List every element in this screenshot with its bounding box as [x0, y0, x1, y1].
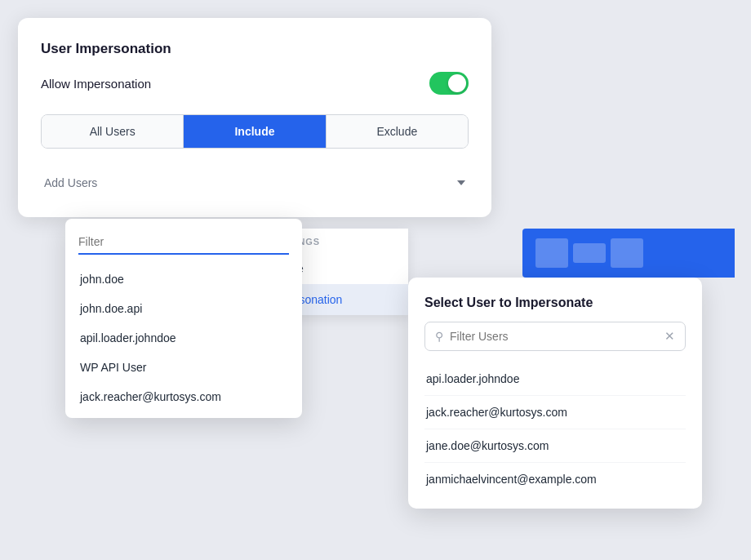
list-item[interactable]: john.doe: [78, 264, 289, 294]
list-item[interactable]: jack.reacher@kurtosys.com: [78, 382, 289, 411]
tab-all-users[interactable]: All Users: [42, 115, 184, 148]
add-users-row[interactable]: Add Users: [41, 168, 469, 198]
allow-impersonation-toggle[interactable]: [429, 72, 469, 95]
allow-label: Allow Impersonation: [41, 77, 151, 91]
tab-exclude[interactable]: Exclude: [327, 115, 468, 148]
user-list: john.doe john.doe.api apil.loader.johndo…: [78, 264, 289, 411]
tab-group: All Users Include Exclude: [41, 114, 469, 149]
filter-input[interactable]: [78, 232, 289, 255]
add-users-label: Add Users: [44, 176, 97, 189]
blue-accent-bar: [522, 229, 735, 278]
select-user-title: Select User to Impersonate: [424, 296, 686, 310]
card-title: User Impersonation: [41, 41, 469, 57]
user-option[interactable]: jack.reacher@kurtosys.com: [424, 396, 686, 429]
allow-row: Allow Impersonation: [41, 72, 469, 95]
chevron-down-icon: [457, 180, 465, 185]
list-item[interactable]: john.doe.api: [78, 294, 289, 323]
user-option[interactable]: api.loader.johndoe: [424, 362, 686, 396]
search-icon: ⚲: [435, 330, 443, 343]
accent-bar-2: [573, 243, 606, 263]
user-option[interactable]: janmichaelvincent@example.com: [424, 463, 686, 496]
filter-users-input[interactable]: [450, 330, 658, 343]
filter-dropdown: john.doe john.doe.api apil.loader.johndo…: [65, 219, 302, 418]
tab-include[interactable]: Include: [184, 115, 326, 148]
list-item[interactable]: apil.loader.johndoe: [78, 323, 289, 353]
select-user-card: Select User to Impersonate ⚲ ✕ api.loade…: [408, 278, 702, 509]
filter-input-wrap: [78, 232, 289, 255]
user-option[interactable]: jane.doe@kurtosys.com: [424, 429, 686, 463]
list-item[interactable]: WP API User: [78, 353, 289, 382]
main-card: User Impersonation Allow Impersonation A…: [18, 18, 491, 217]
search-box: ⚲ ✕: [424, 322, 686, 351]
select-user-list: api.loader.johndoe jack.reacher@kurtosys…: [424, 362, 686, 496]
accent-bar-1: [535, 238, 568, 268]
accent-bar-3: [611, 238, 643, 268]
close-icon[interactable]: ✕: [664, 329, 675, 344]
